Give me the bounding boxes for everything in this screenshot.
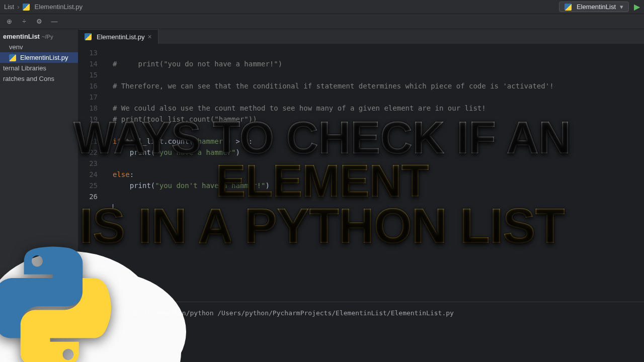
- top-bar: List › ElementinList.py ElementinList ▾ …: [0, 0, 644, 14]
- collapse-all-icon[interactable]: ÷: [20, 18, 28, 25]
- tree-item-venv[interactable]: venv: [0, 42, 78, 52]
- run-config-selector[interactable]: ElementinList ▾: [559, 2, 629, 12]
- terminal-output-line: ts/ElementinList/venv/bin/python /Users/…: [88, 309, 635, 317]
- run-config-name: ElementinList: [577, 3, 616, 11]
- python-file-icon: [565, 4, 572, 11]
- gear-icon[interactable]: ⚙: [35, 18, 43, 25]
- select-opened-file-icon[interactable]: ⊕: [5, 18, 13, 25]
- project-root[interactable]: ementinList ~/Py: [0, 31, 78, 42]
- breadcrumb[interactable]: List › ElementinList.py: [4, 3, 83, 11]
- breadcrumb-file[interactable]: ElementinList.py: [35, 3, 83, 11]
- chevron-down-icon: ▾: [620, 3, 623, 11]
- text-cursor: [113, 204, 113, 212]
- code-editor[interactable]: 1314151617181920212223242526 # print("yo…: [78, 44, 644, 302]
- tree-item-external-libraries[interactable]: ternal Libraries: [0, 63, 78, 73]
- tree-item-file-selected[interactable]: ElementinList.py: [0, 52, 78, 63]
- project-sidebar[interactable]: ementinList ~/Py venv ElementinList.py t…: [0, 29, 78, 362]
- breadcrumb-root[interactable]: List: [4, 3, 14, 11]
- project-tool-window-header: ⊕ ÷ ⚙ —: [0, 14, 644, 29]
- tree-item-scratches[interactable]: ratches and Cons: [0, 73, 78, 84]
- line-number-gutter: 1314151617181920212223242526: [78, 44, 105, 302]
- run-tool-window[interactable]: ts/ElementinList/venv/bin/python /Users/…: [78, 302, 644, 362]
- tab-label: ElementinList.py: [97, 33, 144, 41]
- chevron-right-icon: ›: [17, 3, 19, 11]
- run-button[interactable]: ▶: [634, 2, 640, 12]
- python-file-icon: [23, 4, 30, 11]
- terminal-exit-code: de 0: [88, 334, 635, 341]
- editor-tabs: ElementinList.py ×: [78, 29, 644, 44]
- main-area: ementinList ~/Py venv ElementinList.py t…: [0, 29, 644, 362]
- python-file-icon: [85, 33, 92, 40]
- code-content[interactable]: # print("you do not have a hammer!") # T…: [105, 44, 644, 302]
- python-file-icon: [9, 54, 16, 61]
- editor-tab[interactable]: ElementinList.py ×: [78, 29, 158, 44]
- editor-area: ElementinList.py × 131415161718192021222…: [78, 29, 644, 362]
- hide-icon[interactable]: —: [50, 18, 58, 25]
- close-icon[interactable]: ×: [147, 33, 151, 41]
